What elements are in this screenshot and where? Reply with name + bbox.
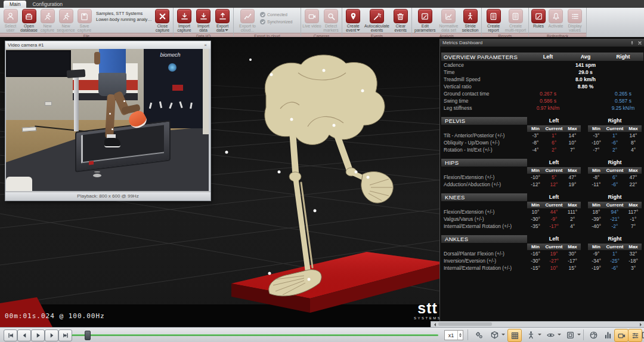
skip-end-button[interactable]: [58, 329, 72, 341]
stride-selection-button[interactable]: Stride selection: [460, 9, 480, 33]
import-data-button[interactable]: Import data: [194, 9, 213, 33]
clear-events-button[interactable]: Clear events: [391, 9, 410, 33]
grid-icon[interactable]: [507, 329, 522, 342]
stt-systems-logo: stt SYSTEMS: [414, 301, 441, 320]
aperture-icon[interactable]: [587, 329, 600, 341]
normative-data-set-button[interactable]: Normative data set: [437, 9, 461, 33]
play-button[interactable]: [31, 329, 45, 341]
activate-button[interactable]: Activate: [547, 9, 565, 28]
edit-icon: [418, 9, 432, 23]
stride-icon: [463, 9, 478, 23]
live-video-button[interactable]: Live video: [302, 9, 321, 28]
step-forward-button[interactable]: [45, 329, 58, 341]
section-pelvis: PELVISLeftRight MinCurrentMaxMinCurrentM…: [440, 116, 644, 153]
display-values-button[interactable]: Display values: [565, 9, 585, 33]
chevron-down-icon[interactable]: [577, 334, 581, 337]
video-panel-titlebar[interactable]: Video camera #1 ×: [5, 41, 210, 49]
cloud-chart-icon: [240, 9, 255, 23]
tab-main[interactable]: Main: [4, 1, 26, 8]
new-sequence-button[interactable]: New sequence: [57, 9, 75, 33]
ribbon-group-events: Create event Autocalculate events Clear …: [342, 8, 412, 37]
create-report-button[interactable]: Create report: [483, 9, 504, 33]
export-to-cloud-button[interactable]: Export to cloud...: [235, 9, 260, 33]
close-icon[interactable]: ×: [203, 43, 208, 48]
table-row: Vertical ratio8.80 %: [440, 83, 644, 90]
overview-header: OVERVIEW PARAMETERS Left Avg Right: [440, 52, 644, 61]
table-row: Dorsal/Plantar Flexion (+/-)-16°19°30°-9…: [440, 250, 644, 257]
check-icon: [260, 19, 265, 24]
video-playback-status: Playback: 800 x 600 @ 99Hz: [5, 192, 210, 201]
close-icon[interactable]: [637, 41, 642, 45]
ribbon: Select user Open database New capture Ne…: [0, 8, 644, 37]
video-banner-logo-circle: [168, 63, 177, 72]
video-right-wall: [203, 49, 209, 134]
new-capture-button[interactable]: New capture: [38, 9, 57, 33]
import-capture-icon: [177, 9, 191, 23]
skip-start-button[interactable]: [4, 329, 17, 341]
table-row: Treadmill Speed8.0 km/h: [440, 76, 644, 83]
eye-icon[interactable]: [544, 329, 557, 341]
video-towel: [6, 177, 32, 191]
close-capture-button[interactable]: Close capture: [153, 9, 172, 33]
ribbon-group-data-io: Import capture Import data Export data D…: [174, 8, 234, 37]
autocalculate-events-button[interactable]: Autocalculate events: [363, 9, 391, 33]
video-camera-panel: Video camera #1 × biomech: [5, 41, 211, 201]
table-row: Flexion/Extension (+/-)10°44°111°18°94°1…: [440, 208, 644, 215]
scrollbar-thumb[interactable]: [438, 322, 492, 326]
viewport-layout-icon[interactable]: [564, 329, 577, 341]
select-user-button[interactable]: Select user: [1, 9, 20, 33]
rules-button[interactable]: Rules: [530, 9, 547, 28]
save-capture-button[interactable]: Save capture: [75, 9, 94, 33]
table-row: Swing time0.586 s0.587 s: [440, 97, 644, 104]
synchronized-checkbox[interactable]: Synchronized: [260, 19, 298, 24]
timeline-timestamp: 00m:01s.024 @ 100.00Hz: [5, 312, 105, 320]
playback-speed-spinner[interactable]: x1: [444, 330, 463, 340]
table-row: Ground contact time0.267 s0.265 s: [440, 90, 644, 97]
video-camera-icon[interactable]: [614, 329, 628, 342]
timeline-track[interactable]: [72, 334, 438, 336]
create-multi-report-button[interactable]: Create multi-report: [504, 9, 527, 33]
cube-icon[interactable]: [488, 329, 501, 341]
step-back-button[interactable]: [17, 329, 31, 341]
timeline-handle[interactable]: [85, 331, 91, 340]
table-row: Cadence141 spm: [440, 61, 644, 69]
video-treadmill-post: [74, 73, 79, 131]
user-icon: [4, 9, 18, 23]
ribbon-group-cameras: Live video Detect markers Cameras: [301, 8, 342, 37]
chevron-down-icon[interactable]: [558, 334, 561, 337]
ribbon-group-cloud: Export to cloud... Connected Synchronize…: [234, 8, 301, 37]
tab-configuration[interactable]: Configuration: [26, 1, 69, 8]
table-row: Flexion/Extension (+/-)-10°5°47°-8°6°47°: [440, 174, 644, 181]
table-row: Tilt - Anterior/Posterior (+/-)-3°1°14°-…: [440, 132, 644, 139]
chevron-down-icon[interactable]: [501, 334, 505, 337]
scroll-left-icon[interactable]: [432, 323, 436, 326]
connected-checkbox[interactable]: Connected: [260, 12, 298, 17]
import-capture-button[interactable]: Import capture: [175, 9, 194, 33]
chart-icon: [441, 9, 456, 23]
create-event-button[interactable]: Create event: [343, 9, 363, 33]
export-data-button[interactable]: Export data: [213, 9, 232, 33]
gears-icon[interactable]: [472, 329, 485, 341]
trash-icon: [394, 9, 408, 23]
table-row: Valgus/Varus (+/-)-30°-9°2°-39°-21°-1°: [440, 215, 644, 223]
video-treadmill-console: [67, 69, 85, 78]
export-data-icon: [215, 9, 230, 23]
ribbon-group-analysis: Edit parameters Normative data set Strid…: [412, 8, 482, 37]
charts-icon[interactable]: [601, 329, 614, 341]
chevron-down-icon: [357, 29, 360, 33]
edit-parameters-button[interactable]: Edit parameters: [413, 9, 437, 33]
open-database-button[interactable]: Open database: [20, 9, 38, 33]
table-row: Inversion/Eversion (+/-)-30°-27°-17°-34°…: [440, 257, 644, 264]
section-knees: KNEESLeftRight MinCurrentMaxMinCurrentMa…: [440, 192, 644, 230]
chevron-down-icon[interactable]: [538, 334, 541, 337]
spinner-arrows[interactable]: [457, 331, 463, 340]
video-panel-title: Video camera #1: [8, 42, 44, 48]
metrics-dashboard-titlebar[interactable]: Metrics Dashboard: [440, 39, 644, 47]
skeleton-icon[interactable]: [524, 329, 537, 341]
pushpin-icon[interactable]: [630, 41, 634, 45]
detect-markers-button[interactable]: Detect markers: [321, 9, 340, 33]
multi-report-icon: [509, 9, 523, 23]
metrics-dashboard-panel: Metrics Dashboard OVERVIEW PARAMETERS Le…: [439, 39, 644, 321]
exit-icon[interactable]: [640, 329, 644, 341]
scroll-right-icon[interactable]: [640, 323, 643, 326]
